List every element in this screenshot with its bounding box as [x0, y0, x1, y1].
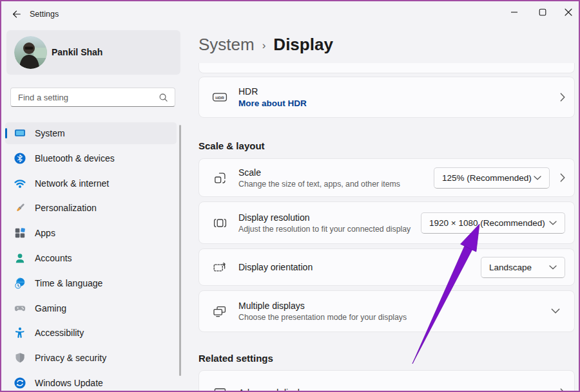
sidebar-item-accessibility[interactable]: Accessibility	[5, 322, 177, 344]
sidebar-item-system[interactable]: System	[5, 122, 177, 144]
back-arrow-icon	[11, 9, 22, 19]
settings-window: Settings Pankil Shah	[0, 0, 580, 392]
breadcrumb: System › Display	[198, 35, 333, 55]
sidebar-item-label: Gaming	[35, 303, 66, 313]
hdr-more-link[interactable]: More about HDR	[238, 98, 307, 108]
sidebar-nav: System Bluetooth & devices Network & int…	[5, 122, 177, 392]
sidebar-item-label: Time & language	[35, 278, 102, 288]
expand-chevron-down-icon[interactable]	[551, 308, 560, 314]
brush-icon	[14, 201, 26, 214]
app-title: Settings	[30, 10, 59, 19]
gamepad-icon	[14, 302, 26, 315]
scale-dropdown-value: 125% (Recommended)	[442, 173, 532, 183]
multiple-displays-subtitle: Choose the presentation mode for your di…	[238, 313, 407, 322]
scale-icon	[211, 171, 228, 185]
sidebar-item-label: Accessibility	[35, 328, 84, 338]
multiple-displays-icon	[211, 304, 228, 318]
hdr-badge-icon: HDR	[211, 90, 228, 104]
display-orientation-dropdown[interactable]: Landscape	[481, 257, 565, 278]
maximize-button[interactable]	[532, 4, 553, 21]
titlebar: Settings	[1, 1, 579, 27]
sidebar-item-personalization[interactable]: Personalization	[5, 197, 177, 219]
sidebar-scrollbar[interactable]	[179, 125, 181, 376]
advanced-display-title: Advanced display	[238, 387, 309, 392]
sidebar-item-network[interactable]: Network & internet	[5, 173, 177, 194]
person-icon	[14, 252, 26, 265]
sidebar-item-label: Bluetooth & devices	[35, 153, 115, 163]
breadcrumb-parent[interactable]: System	[198, 35, 255, 55]
svg-text:HDR: HDR	[215, 95, 224, 100]
display-resolution-title: Display resolution	[238, 212, 411, 223]
sidebar-item-label: Windows Update	[35, 378, 103, 388]
sidebar-item-label: Apps	[35, 228, 55, 238]
multiple-displays-title: Multiple displays	[238, 301, 407, 311]
scale-subtitle: Change the size of text, apps, and other…	[238, 180, 400, 189]
minimize-button[interactable]	[504, 4, 525, 21]
sidebar-item-time-language[interactable]: Time & language	[5, 272, 177, 294]
chevron-right-icon	[560, 388, 565, 392]
display-resolution-dropdown[interactable]: 1920 × 1080 (Recommended)	[421, 212, 565, 234]
chevron-down-icon	[549, 221, 557, 225]
chevron-right-icon	[560, 93, 565, 102]
display-resolution-icon	[211, 216, 228, 230]
search-input[interactable]	[11, 93, 159, 102]
sidebar-item-apps[interactable]: Apps	[5, 222, 177, 244]
display-orientation-card: Display orientation Landscape	[198, 248, 575, 286]
advanced-display-icon	[211, 386, 228, 392]
sidebar-item-label: Network & internet	[35, 178, 109, 189]
display-resolution-card: Display resolution Adjust the resolution…	[198, 201, 575, 244]
profile-card: Pankil Shah	[6, 30, 180, 75]
hdr-card[interactable]: HDR HDR More about HDR	[198, 77, 575, 118]
sidebar-item-accounts[interactable]: Accounts	[5, 247, 177, 269]
globe-clock-icon	[14, 277, 26, 290]
scale-card[interactable]: Scale Change the size of text, apps, and…	[198, 158, 575, 197]
sidebar-item-label: System	[35, 128, 65, 138]
close-button[interactable]	[558, 4, 579, 21]
scale-title: Scale	[238, 167, 400, 178]
avatar	[14, 36, 47, 69]
multiple-displays-card[interactable]: Multiple displays Choose the presentatio…	[198, 290, 575, 332]
sidebar-item-bluetooth[interactable]: Bluetooth & devices	[5, 147, 177, 169]
display-resolution-value: 1920 × 1080 (Recommended)	[429, 218, 545, 228]
chevron-right-icon	[560, 173, 565, 182]
sidebar-item-windows-update[interactable]: Windows Update	[5, 372, 177, 392]
sidebar-item-privacy[interactable]: Privacy & security	[5, 347, 177, 369]
shield-icon	[14, 351, 26, 364]
sidebar-item-label: Personalization	[35, 203, 97, 213]
sidebar-item-label: Accounts	[35, 253, 72, 263]
back-button[interactable]	[9, 8, 23, 21]
apps-icon	[14, 227, 26, 239]
advanced-display-card[interactable]: Advanced display	[198, 370, 575, 392]
minimize-icon	[510, 8, 518, 16]
accessibility-icon	[14, 326, 26, 339]
close-icon	[565, 8, 572, 16]
display-orientation-icon	[211, 261, 228, 274]
update-icon	[14, 377, 26, 389]
page-title: Display	[273, 35, 333, 55]
search-box	[10, 88, 175, 107]
profile-name: Pankil Shah	[52, 47, 102, 57]
sidebar-item-label: Privacy & security	[35, 353, 106, 363]
scale-dropdown[interactable]: 125% (Recommended)	[434, 167, 550, 189]
hdr-title: HDR	[238, 86, 307, 97]
maximize-icon	[539, 8, 546, 16]
selected-indicator	[5, 128, 7, 138]
chevron-down-icon	[549, 265, 557, 270]
sidebar-item-gaming[interactable]: Gaming	[5, 297, 177, 319]
wifi-icon	[14, 177, 26, 190]
display-orientation-title: Display orientation	[238, 262, 313, 272]
breadcrumb-separator-icon: ›	[262, 39, 266, 52]
display-orientation-value: Landscape	[489, 263, 532, 272]
system-icon	[14, 127, 26, 140]
bluetooth-icon	[14, 152, 26, 165]
section-header-scale-layout: Scale & layout	[198, 140, 265, 151]
section-header-related: Related settings	[198, 353, 273, 364]
search-icon	[159, 93, 168, 102]
chevron-down-icon	[534, 176, 541, 180]
display-resolution-subtitle: Adjust the resolution to fit your connec…	[238, 225, 411, 234]
partial-card-above	[198, 63, 575, 73]
